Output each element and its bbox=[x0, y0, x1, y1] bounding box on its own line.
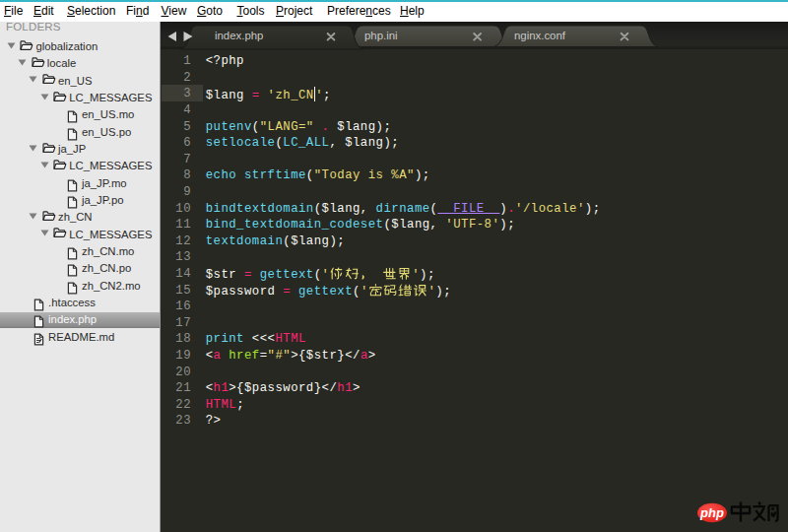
svg-text:php: php bbox=[699, 505, 724, 520]
